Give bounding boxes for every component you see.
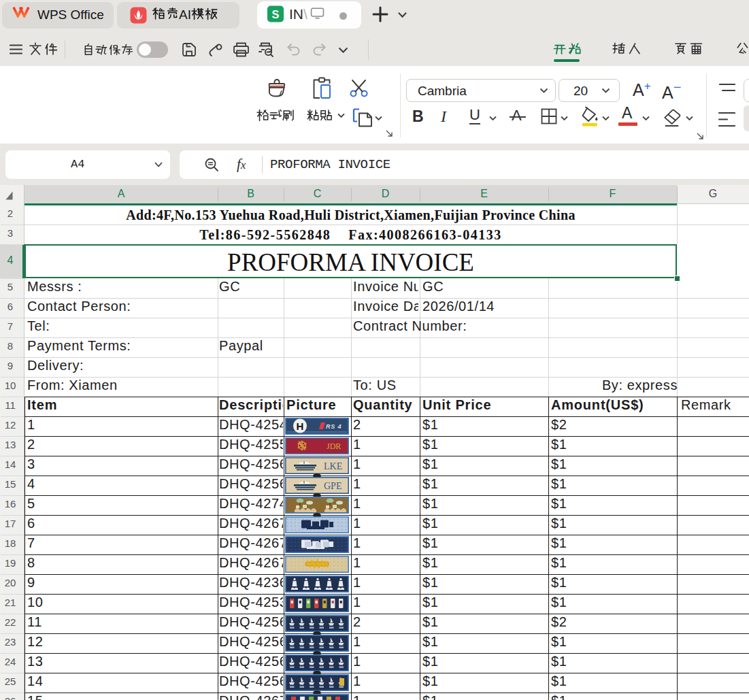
svg-text:H: H [297,420,304,432]
svg-text:RS 4: RS 4 [326,423,342,430]
svg-text:JDR: JDR [327,441,341,451]
svg-text:GPE: GPE [324,481,342,491]
svg-text:S: S [272,8,280,20]
svg-text:LKE: LKE [324,461,342,471]
